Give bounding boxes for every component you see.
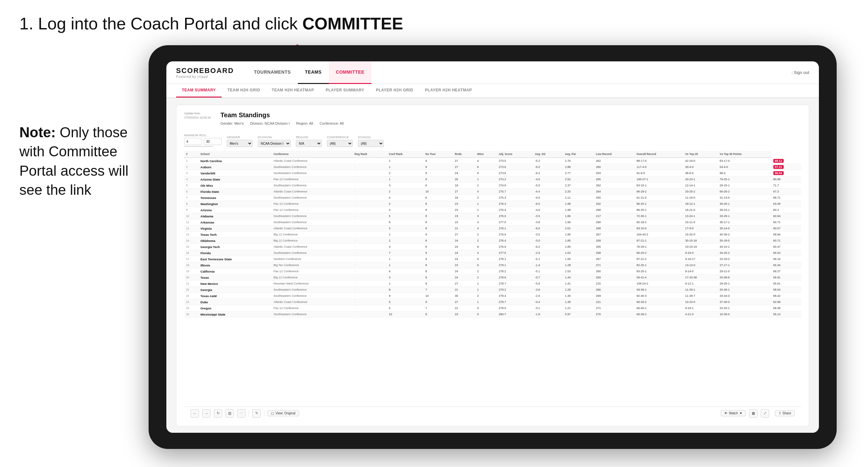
- cell-vs25: 29-25-1: [718, 281, 771, 287]
- table-row: 4 Arizona State Pac-12 Conference - 1 8 …: [184, 176, 801, 183]
- cell-sg: 1.98: [563, 201, 594, 207]
- cell-sg: 1.63: [563, 250, 594, 256]
- cell-vs25: 29-15-1: [718, 183, 771, 189]
- watch-button[interactable]: 👁 Watch ▼: [721, 410, 746, 416]
- cell-pts: 86.54: [771, 170, 802, 176]
- region-select[interactable]: N/A: [296, 140, 322, 147]
- standings-data-table: # School Conference Reg Rank Conf Rank N…: [184, 151, 801, 317]
- share-button[interactable]: ⇧ Share: [775, 410, 795, 416]
- cell-conf-rank: 2: [387, 170, 424, 176]
- cell-reg-rank: -: [353, 238, 387, 244]
- cell-low: 86-25-1: [635, 201, 683, 207]
- table-header: # School Conference Reg Rank Conf Rank N…: [184, 151, 801, 158]
- sub-nav-player-summary[interactable]: PLAYER SUMMARY: [320, 83, 370, 97]
- sub-nav-team-h2h-grid[interactable]: TEAM H2H GRID: [222, 83, 266, 97]
- toolbar-refresh-btn[interactable]: ↻: [214, 409, 222, 417]
- sub-nav-team-h2h-heatmap[interactable]: TEAM H2H HEATMAP: [266, 83, 320, 97]
- school-select[interactable]: (All): [358, 140, 384, 147]
- cell-conference: Southeastern Conference: [272, 293, 353, 299]
- cell-conference: Big 12 Conference: [272, 231, 353, 238]
- toolbar-back-btn[interactable]: ←: [191, 409, 199, 417]
- cell-par: 265: [594, 195, 635, 201]
- cell-low: 72-30-1: [635, 213, 683, 219]
- sub-nav-team-summary[interactable]: TEAM SUMMARY: [176, 83, 222, 97]
- view-original-label: View: Original: [276, 411, 296, 415]
- cell-vs25: 39-23-1: [718, 207, 771, 213]
- nav-committee[interactable]: COMMITTEE: [329, 61, 372, 84]
- cell-sg: 1.85: [563, 244, 594, 250]
- cell-rnds: 23: [453, 201, 475, 207]
- toolbar-fullscreen-btn[interactable]: ⤢: [761, 409, 769, 417]
- cell-low: 91-6-0: [635, 170, 683, 176]
- cell-rank: 6: [184, 189, 199, 195]
- cell-sc2: -5.5: [533, 195, 563, 201]
- toolbar-more-btn[interactable]: ⋯: [237, 409, 246, 417]
- cell-rank: 10: [184, 213, 199, 219]
- cell-low: 88-17-0: [635, 158, 683, 164]
- cell-conference: Southeastern Conference: [272, 195, 353, 201]
- nav-teams[interactable]: TEAMS: [298, 61, 329, 84]
- view-original-button[interactable]: ▢ View: Original: [268, 410, 299, 416]
- toolbar-forward-btn[interactable]: →: [202, 409, 211, 417]
- cell-rnds: 27: [453, 299, 475, 305]
- cell-adj-score: 276.3: [497, 201, 533, 207]
- table-row: 15 Georgia Tech Atlantic Coast Conferenc…: [184, 244, 801, 250]
- cell-adj-score: 277.0: [497, 219, 533, 225]
- cell-vs25: 27-17-1: [718, 262, 771, 269]
- cell-adj-score: 280.7: [497, 311, 533, 317]
- cell-reg-rank: -: [353, 195, 387, 201]
- cell-conf-rank: 3: [387, 207, 424, 213]
- cell-overall: 11-29-1: [683, 287, 718, 293]
- cell-pts: 63.49: [771, 201, 802, 207]
- cell-school: Arkansas: [199, 219, 272, 225]
- toolbar-grid-btn[interactable]: ▦: [749, 409, 757, 417]
- sub-nav-player-h2h-heatmap[interactable]: PLAYER H2H HEATMAP: [419, 83, 478, 97]
- cell-conf-rank: 1: [387, 176, 424, 183]
- cell-conference: Pac-12 Conference: [272, 201, 353, 207]
- slider-track[interactable]: [184, 146, 213, 147]
- cell-rank: 4: [184, 176, 199, 183]
- cell-conf-rank: 1: [387, 281, 424, 287]
- nav-tournaments[interactable]: TOURNAMENTS: [247, 61, 298, 84]
- cell-school: Texas: [199, 275, 272, 281]
- sign-out-button[interactable]: Sign out: [792, 70, 809, 75]
- cell-reg-rank: -: [353, 183, 387, 189]
- cell-no-tour: 8: [424, 275, 453, 281]
- toolbar-clock-btn[interactable]: ✎: [252, 409, 261, 417]
- min-rounds-max-input[interactable]: [204, 138, 222, 145]
- cell-vs25: 44-24-1: [718, 244, 771, 250]
- cell-par: 209: [594, 238, 635, 244]
- cell-conference: Pac-12 Conference: [272, 305, 353, 311]
- cell-conf-rank: 4: [387, 244, 424, 250]
- cell-school: Alabama: [199, 213, 272, 219]
- cell-pts: 58.94: [771, 231, 802, 238]
- cell-vs25: 54-4-0: [718, 164, 771, 170]
- cell-rnds: 23: [453, 219, 475, 225]
- min-rounds-filter: Minimum Rou...: [184, 134, 222, 147]
- sub-nav-player-h2h-grid[interactable]: PLAYER H2H GRID: [370, 83, 419, 97]
- cell-pts: 68.38: [771, 305, 802, 311]
- cell-adj-score: 278.7: [497, 281, 533, 287]
- cell-overall: 9-12-1: [683, 281, 718, 287]
- cell-low: 63-15-1: [635, 183, 683, 189]
- gender-select[interactable]: Men's: [227, 140, 253, 147]
- cell-low: 59-39-1: [635, 287, 683, 293]
- cell-sg: 1.28: [563, 287, 594, 293]
- cell-vs25: 35-14-0: [718, 225, 771, 231]
- cell-wins: 2: [475, 293, 497, 299]
- toolbar-copy-btn[interactable]: ▥: [225, 409, 234, 417]
- cell-adj-score: 278.7: [497, 299, 533, 305]
- cell-rnds: 21: [453, 287, 475, 293]
- conference-select[interactable]: (All): [327, 140, 353, 147]
- cell-adj-score: 279.1: [497, 262, 533, 269]
- note-area: Note: Only those with Committee Portal a…: [20, 123, 129, 199]
- cell-adj-score: 278.6: [497, 275, 533, 281]
- cell-pts: 62.98: [771, 299, 802, 305]
- cell-no-tour: 9: [424, 299, 453, 305]
- min-rounds-min-input[interactable]: [184, 138, 202, 145]
- cell-sc2: -3.8: [533, 219, 563, 225]
- division-select[interactable]: NCAA Division I: [258, 140, 291, 147]
- cell-reg-rank: -: [353, 164, 387, 170]
- cell-par: 264: [594, 189, 635, 195]
- cell-no-tour: 8: [424, 213, 453, 219]
